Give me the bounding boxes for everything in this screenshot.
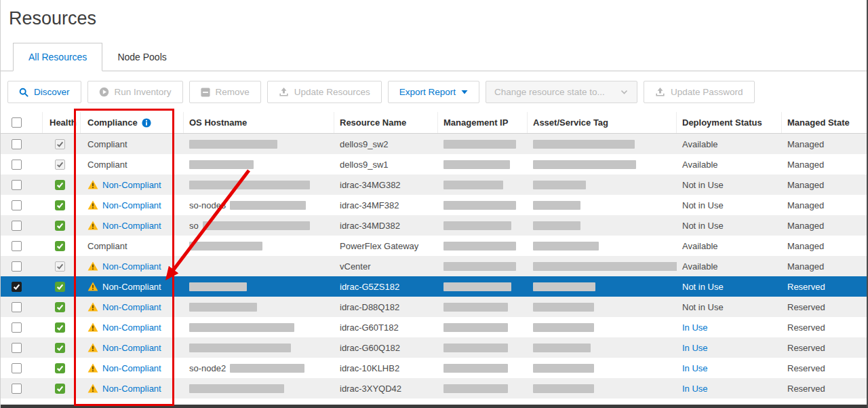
management-ip-cell [438,181,528,189]
remove-button[interactable]: Remove [189,81,261,103]
redacted-text [443,160,510,169]
os-hostname-text: so-node2 [189,363,226,373]
warning-icon [87,384,98,393]
health-cell [43,261,81,272]
deployment-status-link[interactable]: In Use [682,343,708,353]
table-row[interactable]: Non-Compliantidrac-G60T182In UseReserved [1,317,867,337]
row-checkbox[interactable] [12,343,22,353]
redacted-text [443,323,508,332]
redacted-text [533,364,594,373]
change-resource-state-dropdown[interactable]: Change resource state to... [486,81,637,103]
health-ok-icon [55,302,65,312]
table-row[interactable]: Non-Compliantso-node3idrac-34MF382Not in… [1,195,867,215]
table-row[interactable]: Non-Compliantidrac-3XYQD42In UseReserved [1,378,867,398]
management-ip-cell [438,323,528,332]
toolbar: DiscoverRun InventoryRemoveUpdate Resour… [7,81,860,103]
managed-state-cell: Reserved [782,363,868,373]
table-row[interactable]: Compliantdellos9_sw2AvailableManaged [1,134,867,154]
table-row[interactable]: Non-Compliantidrac-34MG382Not in UseMana… [1,174,867,195]
row-checkbox[interactable] [12,322,22,333]
upload-icon [279,87,289,97]
non-compliant-link[interactable]: Non-Compliant [102,343,161,353]
discover-button[interactable]: Discover [7,81,81,103]
health-ok-icon [55,384,65,394]
warning-icon [87,180,98,189]
table-row[interactable]: Non-Compliantso-node2idrac-10KLHB2In Use… [1,358,867,378]
redacted-text [533,344,591,352]
redacted-text [443,384,508,393]
managed-state-text: Managed [787,180,824,190]
row-checkbox[interactable] [12,302,22,312]
health-ok-icon [55,221,65,231]
non-compliant-link[interactable]: Non-Compliant [102,384,161,394]
non-compliant-link[interactable]: Non-Compliant [102,302,161,312]
tab-all-resources[interactable]: All Resources [13,43,102,71]
non-compliant-link[interactable]: Non-Compliant [102,322,161,333]
row-checkbox[interactable] [12,200,22,210]
non-compliant-link[interactable]: Non-Compliant [102,200,161,210]
managed-state-text: Reserved [787,322,825,333]
row-select-cell [1,139,43,149]
redacted-text [189,181,310,189]
managed-state-text: Managed [787,160,824,170]
deployment-status-text: Not in Use [682,221,724,231]
update-resources-button[interactable]: Update Resources [267,81,382,103]
column-header-health: Health [43,112,81,133]
deployment-status-link[interactable]: In Use [682,322,708,333]
table-row[interactable]: Non-Compliantidrac-G5ZS182Not in UseRese… [1,276,867,297]
managed-state-cell: Managed [782,200,868,210]
table-row[interactable]: Non-Compliantidrac-D88Q182Not in UseRese… [1,297,867,317]
deployment-status-text: Available [682,261,718,272]
row-checkbox[interactable] [12,139,22,149]
non-compliant-link[interactable]: Non-Compliant [102,363,161,373]
managed-state-cell: Reserved [782,384,868,394]
row-checkbox[interactable] [12,180,22,190]
run-inventory-button[interactable]: Run Inventory [87,81,183,103]
redacted-text [189,303,257,312]
row-checkbox[interactable] [12,221,22,231]
redacted-text [533,221,580,230]
non-compliant-link[interactable]: Non-Compliant [102,221,161,231]
non-compliant-link[interactable]: Non-Compliant [102,282,161,292]
table-row[interactable]: Non-Compliantidrac-G60Q182In UseReserved [1,337,867,358]
row-select-cell [1,363,43,373]
redacted-text [230,201,306,210]
health-cell [43,180,81,190]
update-password-button[interactable]: Update Password [644,81,755,103]
row-checkbox[interactable] [12,384,22,394]
os-hostname-cell [184,181,334,189]
deployment-status-link[interactable]: In Use [682,363,708,373]
row-checkbox[interactable] [12,282,22,292]
non-compliant-link[interactable]: Non-Compliant [102,180,161,190]
info-icon[interactable] [142,118,151,128]
export-report-button[interactable]: Export Report [388,81,479,103]
resource-name: idrac-3XYQD42 [340,384,401,394]
table-row[interactable]: CompliantPowerFlex GatewayAvailableManag… [1,236,867,256]
chevron-down-icon [620,88,629,96]
non-compliant-link[interactable]: Non-Compliant [102,261,161,272]
row-select-cell [1,241,43,251]
resource-name: idrac-G60T182 [340,322,399,333]
os-hostname-cell [184,140,334,149]
row-checkbox[interactable] [12,363,22,373]
row-checkbox[interactable] [12,160,22,170]
tab-node-pools[interactable]: Node Pools [102,43,181,71]
deployment-status-text: Not in Use [682,282,724,292]
column-header-label: Managed State [787,117,850,128]
os-hostname-cell [184,160,334,169]
row-checkbox[interactable] [12,241,22,251]
deployment-status-link[interactable]: In Use [682,384,708,394]
resources-page: Resources All Resources Node Pools Disco… [0,0,868,408]
table-row[interactable]: Non-Compliantsoidrac-34MD382Not in UseMa… [1,215,867,236]
column-header-label: Asset/Service Tag [533,117,608,128]
table-row[interactable]: Compliantdellos9_sw1AvailableManaged [1,154,867,174]
row-checkbox[interactable] [12,261,22,272]
search-icon [19,88,28,97]
redacted-text [189,160,254,169]
managed-state-cell: Managed [782,139,868,149]
table-row[interactable]: Non-CompliantvCenterAvailableManaged [1,256,867,276]
health-ok-icon [55,363,65,373]
select-all-checkbox[interactable] [12,117,22,128]
management-ip-cell [438,364,528,373]
asset-service-tag-cell [528,221,677,230]
